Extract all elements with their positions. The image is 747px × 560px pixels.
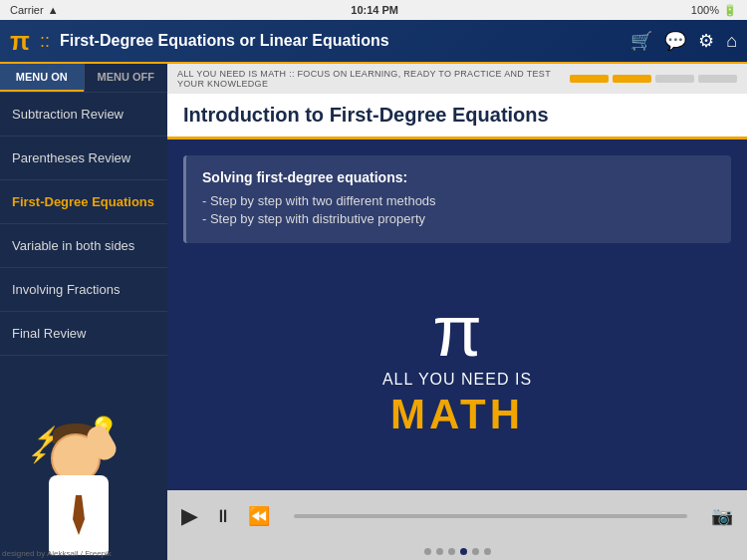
content-title: Introduction to First-Degree Equations	[183, 104, 731, 127]
math-pi-symbol: π	[432, 295, 482, 367]
wifi-icon: ▲	[48, 4, 59, 16]
app-header: π :: First-Degree Equations or Linear Eq…	[0, 20, 747, 64]
progress-bar	[570, 75, 737, 83]
sidebar-item-label: Subtraction Review	[12, 107, 124, 122]
status-left: Carrier ▲	[10, 4, 59, 16]
progress-fill-2	[613, 75, 651, 83]
mascot-area: ⚡ ⚡ 💡 designed by Alekksall / Freepik	[0, 356, 167, 560]
dot-indicators	[167, 542, 747, 560]
all-you-need-text: ALL YOU NEED IS	[382, 371, 532, 389]
content-body: Solving first-degree equations: - Step b…	[167, 140, 747, 490]
status-right: 100% 🔋	[691, 4, 737, 17]
rewind-button[interactable]: ⏪	[248, 505, 270, 527]
player-controls: ▶ ⏸ ⏪ 📷	[167, 490, 747, 542]
content-title-bar: Introduction to First-Degree Equations	[167, 94, 747, 140]
home-icon[interactable]: ⌂	[726, 31, 737, 52]
sidebar-item-label: First-Degree Equations	[12, 194, 154, 209]
sidebar-item-variable-both-sides[interactable]: Variable in both sides	[0, 224, 167, 268]
sidebar-item-parentheses-review[interactable]: Parentheses Review	[0, 137, 167, 180]
pi-logo: π	[10, 26, 30, 57]
lesson-card: Solving first-degree equations: - Step b…	[183, 155, 731, 243]
menu-on-button[interactable]: MENU ON	[0, 64, 84, 92]
math-brand-text: MATH	[390, 391, 524, 438]
lesson-card-title: Solving first-degree equations:	[202, 169, 715, 185]
playback-progress[interactable]	[294, 514, 687, 518]
sidebar-item-involving-fractions[interactable]: Involving Fractions	[0, 268, 167, 312]
status-time: 10:14 PM	[351, 4, 398, 16]
math-logo-area: π ALL YOU NEED IS MATH	[167, 253, 747, 490]
sidebar-item-final-review[interactable]: Final Review	[0, 312, 167, 356]
header-icons: 🛒 💬 ⚙ ⌂	[630, 30, 737, 52]
sidebar-item-label: Parentheses Review	[12, 150, 130, 165]
sidebar-item-label: Variable in both sides	[12, 238, 134, 253]
battery-label: 100%	[691, 4, 719, 16]
battery-icon: 🔋	[723, 4, 737, 17]
menu-off-button[interactable]: MENU OFF	[85, 64, 168, 92]
sidebar-item-label: Involving Fractions	[12, 282, 120, 297]
designed-by-label: designed by Alekksall / Freepik	[2, 549, 112, 558]
header-title: First-Degree Equations or Linear Equatio…	[60, 32, 621, 50]
mascot-figure: ⚡ ⚡ 💡	[29, 416, 138, 555]
lightning-icon-2: ⚡	[29, 445, 49, 464]
camera-button[interactable]: 📷	[711, 505, 733, 527]
pause-button[interactable]: ⏸	[214, 506, 232, 527]
play-button[interactable]: ▶	[181, 503, 198, 529]
dot-2[interactable]	[436, 548, 443, 555]
dot-5[interactable]	[472, 548, 479, 555]
dot-3[interactable]	[448, 548, 455, 555]
top-bar-text: ALL YOU NEED IS MATH :: FOCUS ON LEARNIN…	[177, 69, 570, 89]
carrier-label: Carrier	[10, 4, 44, 16]
main-layout: MENU ON MENU OFF Subtraction Review Pare…	[0, 64, 747, 560]
sidebar-item-first-degree[interactable]: First-Degree Equations	[0, 180, 167, 224]
top-bar: ALL YOU NEED IS MATH :: FOCUS ON LEARNIN…	[167, 64, 747, 94]
sidebar: MENU ON MENU OFF Subtraction Review Pare…	[0, 64, 167, 560]
dot-1[interactable]	[424, 548, 431, 555]
progress-empty-1	[655, 75, 694, 83]
progress-fill-1	[570, 75, 609, 83]
lesson-card-item-1: - Step by step with two different method…	[202, 193, 715, 208]
dot-6[interactable]	[484, 548, 491, 555]
dot-4-active[interactable]	[460, 548, 467, 555]
chat-icon[interactable]: 💬	[664, 30, 686, 52]
cart-icon[interactable]: 🛒	[630, 30, 652, 52]
header-separator: ::	[40, 31, 50, 52]
sidebar-item-subtraction-review[interactable]: Subtraction Review	[0, 93, 167, 137]
content-area: ALL YOU NEED IS MATH :: FOCUS ON LEARNIN…	[167, 64, 747, 560]
status-bar: Carrier ▲ 10:14 PM 100% 🔋	[0, 0, 747, 20]
progress-empty-2	[698, 75, 737, 83]
sidebar-item-label: Final Review	[12, 326, 86, 341]
lesson-card-item-2: - Step by step with distributive propert…	[202, 211, 715, 226]
gear-icon[interactable]: ⚙	[698, 30, 714, 52]
menu-toggle-bar: MENU ON MENU OFF	[0, 64, 167, 93]
